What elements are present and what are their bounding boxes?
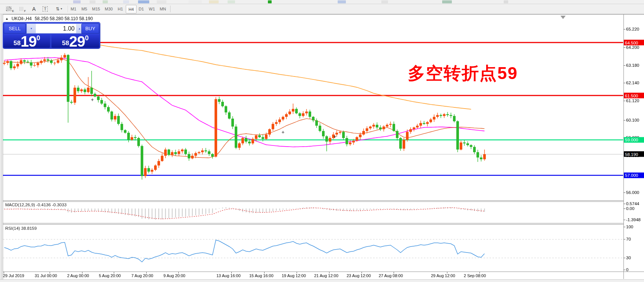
rsi-axis-label: 70 bbox=[626, 237, 631, 241]
timeframe-button-h4[interactable]: H4 bbox=[126, 5, 137, 13]
volume-stepper: ▾ ▴ bbox=[26, 24, 83, 34]
toolbar-icon-partial bbox=[338, 0, 346, 3]
chevron-down-icon: ▾ bbox=[31, 27, 32, 30]
buy-price-small: 58 bbox=[62, 40, 69, 48]
volume-decrease-button[interactable]: ▾ bbox=[27, 24, 36, 33]
toolbar-icon-partial bbox=[442, 0, 452, 3]
dot-grid-icon bbox=[19, 7, 24, 11]
price-axis-label: 64.200 bbox=[626, 45, 639, 50]
price-axis-label: 61.120 bbox=[626, 98, 639, 103]
time-axis-label: 31 Jul 00:00 bbox=[35, 273, 57, 278]
sell-price-display[interactable]: 58 19 0 bbox=[4, 34, 50, 48]
label-tool-button[interactable]: A bbox=[29, 5, 39, 13]
rsi-axis-label: 30 bbox=[626, 256, 631, 260]
rsi-indicator-label: RSI(14) 38.8159 bbox=[5, 226, 37, 231]
time-axis-label: 13 Aug 16:00 bbox=[216, 273, 241, 278]
time-axis-label: 21 Aug 12:00 bbox=[314, 273, 338, 278]
price-level-badge: 57.000 bbox=[624, 172, 644, 178]
macd-indicator-label: MACD(12,26,9) -0.4136 -0.3033 bbox=[5, 203, 66, 207]
buy-price-sup: 0 bbox=[85, 35, 89, 41]
one-click-trade-panel: SELL ▾ ▴ BUY 58 19 0 58 29 0 bbox=[3, 22, 100, 48]
chart-object-marker bbox=[334, 135, 336, 138]
hatch-draw-tool-button[interactable]: E bbox=[4, 5, 16, 13]
chevron-up-icon: ▴ bbox=[79, 27, 80, 30]
toolbar-icon-partial bbox=[381, 0, 388, 3]
time-axis-label: 29 Jul 2019 bbox=[3, 273, 24, 278]
chart-annotation-text: 多空转折点59 bbox=[408, 62, 518, 85]
time-axis-label: 29 Aug 12:00 bbox=[431, 273, 455, 278]
toolbar-icon-partial bbox=[123, 0, 129, 3]
tool-letter: F bbox=[24, 9, 26, 13]
toolbar-icon-partial bbox=[157, 0, 166, 3]
time-axis-label: 9 Aug 20:00 bbox=[163, 273, 185, 278]
rsi-axis-label: 100 bbox=[626, 225, 633, 229]
time-axis-label: 2 Sep 08:00 bbox=[464, 273, 486, 278]
time-axis-label: 2 Aug 00:00 bbox=[67, 273, 89, 278]
price-axis-label: 65.220 bbox=[626, 27, 639, 31]
buy-button-label: BUY bbox=[85, 26, 96, 31]
status-bar-partial bbox=[0, 279, 644, 282]
toolbar-icon-partial bbox=[268, 0, 272, 3]
sell-price-big: 19 bbox=[21, 35, 37, 48]
toolbar-icon-partial bbox=[90, 0, 96, 3]
toolbar-separator bbox=[170, 6, 171, 12]
sell-button[interactable]: SELL bbox=[4, 24, 26, 34]
macd-axis-label: 0.5744 bbox=[626, 201, 639, 206]
buy-price-display[interactable]: 58 29 0 bbox=[51, 34, 99, 48]
price-axis-label: 63.180 bbox=[626, 63, 639, 68]
time-axis-label: 15 Aug 16:00 bbox=[249, 273, 273, 278]
timeframe-button-d1[interactable]: D1 bbox=[136, 5, 146, 13]
buy-button[interactable]: BUY bbox=[81, 24, 99, 34]
price-axis-label: 62.140 bbox=[626, 81, 639, 85]
sell-price-small: 58 bbox=[13, 40, 21, 48]
tool-letter: E bbox=[12, 9, 14, 13]
price-level-badge: 59.000 bbox=[624, 137, 644, 142]
rsi-axis-label: 0 bbox=[626, 267, 628, 272]
arrows-tool-button[interactable]: ⇅ ▾ bbox=[52, 5, 66, 13]
timeframe-button-m30[interactable]: M30 bbox=[103, 5, 115, 13]
timeframe-button-m5[interactable]: M5 bbox=[79, 5, 90, 13]
sell-button-label: SELL bbox=[9, 26, 21, 31]
chart-header: ▲ UKOil-,H4 58.250 58.280 58.110 58.190 bbox=[5, 16, 93, 21]
symbol-title: UKOil-,H4 bbox=[12, 16, 32, 21]
volume-input[interactable] bbox=[36, 24, 76, 33]
macd-axis-label: -1.3948 bbox=[626, 217, 641, 222]
toolbar-icon-partial bbox=[504, 0, 508, 3]
time-axis-label: 27 Aug 08:00 bbox=[379, 273, 403, 278]
buy-price-big: 29 bbox=[69, 35, 85, 48]
time-axis-label: 23 Aug 12:00 bbox=[347, 273, 371, 278]
arrows-icon: ⇅ bbox=[56, 6, 59, 12]
chart-object-marker bbox=[282, 131, 284, 134]
letter-a-icon: A bbox=[32, 6, 35, 12]
toolbar-icon-partial bbox=[73, 0, 81, 3]
hatch-icon bbox=[6, 6, 12, 11]
toolbar-icon-partial bbox=[209, 0, 219, 3]
price-axis-label: 56.000 bbox=[626, 190, 639, 195]
toolbar-icon-partial bbox=[138, 0, 149, 3]
collapse-arrow-icon[interactable]: ▲ bbox=[5, 17, 9, 21]
time-axis-label: 5 Aug 20:00 bbox=[99, 273, 121, 278]
price-level-badge: 64.500 bbox=[624, 40, 644, 46]
timeframe-button-m15[interactable]: M15 bbox=[90, 5, 102, 13]
letter-t-icon: T bbox=[43, 6, 48, 12]
time-axis-label: 7 Aug 20:00 bbox=[131, 273, 153, 278]
chart-object-marker bbox=[91, 98, 94, 101]
price-level-badge: 61.500 bbox=[624, 93, 644, 98]
chevron-down-icon: ▾ bbox=[61, 7, 62, 10]
sell-price-sup: 0 bbox=[37, 35, 40, 41]
time-axis-label: 19 Aug 12:00 bbox=[282, 273, 306, 278]
chart-toolbar: E F A T ⇅ ▾ M1M5M15M30H1H4D1W1MN bbox=[0, 4, 644, 14]
grid-fibo-tool-button[interactable]: F bbox=[17, 5, 28, 13]
toolbar-icon-partial bbox=[188, 0, 202, 3]
toolbar-row-partial bbox=[0, 0, 644, 4]
timeframe-button-w1[interactable]: W1 bbox=[147, 5, 157, 13]
price-axis-label: 60.100 bbox=[626, 118, 639, 122]
toolbar-icon-partial bbox=[103, 0, 108, 3]
chart-shift-marker-icon[interactable] bbox=[560, 16, 566, 19]
timeframe-button-h1[interactable]: H1 bbox=[115, 5, 125, 13]
ohlc-values: 58.250 58.280 58.110 58.190 bbox=[35, 16, 93, 21]
text-tool-button[interactable]: T bbox=[40, 5, 51, 13]
macd-axis-label: 0.00 bbox=[626, 206, 634, 211]
timeframe-button-mn[interactable]: MN bbox=[157, 5, 168, 13]
timeframe-button-m1[interactable]: M1 bbox=[68, 5, 79, 13]
